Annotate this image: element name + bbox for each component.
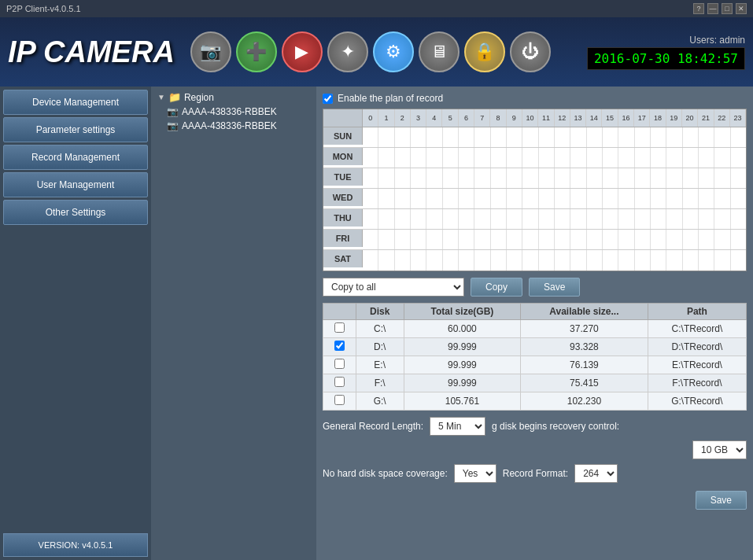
- schedule-cell-thu-1[interactable]: [378, 209, 394, 229]
- sidebar-item-record-management[interactable]: Record Management: [3, 145, 148, 170]
- schedule-cell-sat-5[interactable]: [443, 250, 459, 271]
- schedule-cell-mon-11[interactable]: [539, 148, 555, 168]
- power-icon-btn[interactable]: ⏻: [510, 31, 551, 72]
- schedule-cell-mon-1[interactable]: [378, 148, 394, 168]
- schedule-cell-fri-10[interactable]: [522, 230, 538, 249]
- schedule-cell-thu-17[interactable]: [635, 209, 651, 229]
- schedule-cell-fri-0[interactable]: [363, 230, 378, 249]
- schedule-cell-tue-22[interactable]: [714, 168, 730, 188]
- schedule-cell-sat-18[interactable]: [651, 250, 666, 271]
- save-button-bottom[interactable]: Save: [696, 491, 747, 510]
- schedule-cell-thu-23[interactable]: [731, 209, 746, 229]
- schedule-cell-wed-18[interactable]: [651, 189, 666, 208]
- schedule-cell-mon-8[interactable]: [491, 148, 507, 168]
- sidebar-item-device-management[interactable]: Device Management: [3, 90, 148, 115]
- schedule-cell-sat-11[interactable]: [539, 250, 555, 271]
- schedule-cell-thu-15[interactable]: [603, 209, 618, 229]
- schedule-cell-sat-21[interactable]: [699, 250, 714, 271]
- schedule-cell-mon-16[interactable]: [618, 148, 634, 168]
- schedule-cell-tue-19[interactable]: [666, 168, 682, 188]
- camera-icon-btn[interactable]: 📷: [190, 31, 231, 72]
- schedule-cell-thu-16[interactable]: [618, 209, 634, 229]
- schedule-cell-mon-9[interactable]: [507, 148, 522, 168]
- schedule-cell-thu-21[interactable]: [699, 209, 714, 229]
- schedule-cell-mon-2[interactable]: [395, 148, 411, 168]
- schedule-cell-sat-9[interactable]: [507, 250, 522, 271]
- sidebar-item-parameter-settings[interactable]: Parameter settings: [3, 117, 148, 142]
- schedule-cell-thu-12[interactable]: [555, 209, 570, 229]
- lock-icon-btn[interactable]: 🔒: [464, 31, 505, 72]
- schedule-cell-sun-13[interactable]: [570, 127, 586, 147]
- schedule-cell-wed-17[interactable]: [635, 189, 651, 208]
- schedule-cell-sun-0[interactable]: [363, 127, 378, 147]
- schedule-cell-tue-12[interactable]: [555, 168, 570, 188]
- schedule-cell-wed-0[interactable]: [363, 189, 378, 208]
- schedule-cell-fri-11[interactable]: [539, 230, 555, 249]
- schedule-cell-sun-20[interactable]: [683, 127, 699, 147]
- add-icon-btn[interactable]: ➕: [236, 31, 277, 72]
- schedule-cell-mon-7[interactable]: [474, 148, 490, 168]
- sidebar-item-other-settings[interactable]: Other Settings: [3, 200, 148, 225]
- schedule-cell-tue-7[interactable]: [474, 168, 490, 188]
- schedule-cell-wed-15[interactable]: [603, 189, 618, 208]
- schedule-cell-fri-12[interactable]: [555, 230, 570, 249]
- tree-device-1[interactable]: 📷 AAAA-438336-RBBEK: [154, 105, 313, 119]
- no-hdd-select[interactable]: Yes No: [454, 464, 496, 483]
- close-button[interactable]: ✕: [736, 3, 747, 14]
- schedule-cell-tue-8[interactable]: [491, 168, 507, 188]
- schedule-cell-thu-5[interactable]: [443, 209, 459, 229]
- schedule-cell-wed-19[interactable]: [666, 189, 682, 208]
- schedule-cell-tue-5[interactable]: [443, 168, 459, 188]
- schedule-cell-thu-19[interactable]: [666, 209, 682, 229]
- schedule-cell-fri-17[interactable]: [635, 230, 651, 249]
- schedule-cell-sat-17[interactable]: [635, 250, 651, 271]
- schedule-cell-wed-13[interactable]: [570, 189, 586, 208]
- schedule-cell-thu-14[interactable]: [587, 209, 603, 229]
- schedule-cell-sat-15[interactable]: [603, 250, 618, 271]
- schedule-cell-wed-16[interactable]: [618, 189, 634, 208]
- schedule-cell-thu-4[interactable]: [426, 209, 442, 229]
- schedule-cell-tue-17[interactable]: [635, 168, 651, 188]
- schedule-cell-fri-15[interactable]: [603, 230, 618, 249]
- schedule-cell-sun-3[interactable]: [411, 127, 426, 147]
- schedule-cell-tue-4[interactable]: [426, 168, 442, 188]
- schedule-cell-mon-6[interactable]: [459, 148, 474, 168]
- schedule-cell-wed-1[interactable]: [378, 189, 394, 208]
- schedule-cell-fri-23[interactable]: [731, 230, 746, 249]
- schedule-cell-thu-22[interactable]: [714, 209, 730, 229]
- schedule-cell-tue-13[interactable]: [570, 168, 586, 188]
- schedule-cell-sun-11[interactable]: [539, 127, 555, 147]
- schedule-cell-sat-10[interactable]: [522, 250, 538, 271]
- schedule-cell-wed-2[interactable]: [395, 189, 411, 208]
- disk-checkbox-1[interactable]: [334, 341, 345, 351]
- schedule-cell-thu-20[interactable]: [683, 209, 699, 229]
- remote-icon-btn[interactable]: 🖥: [419, 31, 460, 72]
- schedule-cell-thu-9[interactable]: [507, 209, 522, 229]
- schedule-cell-sun-8[interactable]: [491, 127, 507, 147]
- schedule-cell-tue-6[interactable]: [459, 168, 474, 188]
- schedule-cell-sat-14[interactable]: [587, 250, 603, 271]
- schedule-cell-mon-20[interactable]: [683, 148, 699, 168]
- schedule-cell-mon-23[interactable]: [731, 148, 746, 168]
- schedule-cell-sun-16[interactable]: [618, 127, 634, 147]
- schedule-cell-sat-19[interactable]: [666, 250, 682, 271]
- schedule-cell-sat-1[interactable]: [378, 250, 394, 271]
- schedule-cell-tue-21[interactable]: [699, 168, 714, 188]
- schedule-cell-wed-14[interactable]: [587, 189, 603, 208]
- schedule-cell-sun-2[interactable]: [395, 127, 411, 147]
- tree-region[interactable]: ▼ 📁 Region: [154, 90, 313, 105]
- schedule-cell-wed-20[interactable]: [683, 189, 699, 208]
- schedule-cell-sat-7[interactable]: [474, 250, 490, 271]
- schedule-cell-thu-2[interactable]: [395, 209, 411, 229]
- schedule-cell-mon-0[interactable]: [363, 148, 378, 168]
- schedule-cell-fri-4[interactable]: [426, 230, 442, 249]
- schedule-cell-thu-3[interactable]: [411, 209, 426, 229]
- schedule-cell-tue-2[interactable]: [395, 168, 411, 188]
- schedule-cell-sun-4[interactable]: [426, 127, 442, 147]
- schedule-cell-sun-22[interactable]: [714, 127, 730, 147]
- schedule-cell-fri-19[interactable]: [666, 230, 682, 249]
- schedule-cell-sat-4[interactable]: [426, 250, 442, 271]
- copy-to-select[interactable]: Copy to all: [323, 278, 464, 297]
- schedule-cell-wed-7[interactable]: [474, 189, 490, 208]
- schedule-cell-sat-22[interactable]: [714, 250, 730, 271]
